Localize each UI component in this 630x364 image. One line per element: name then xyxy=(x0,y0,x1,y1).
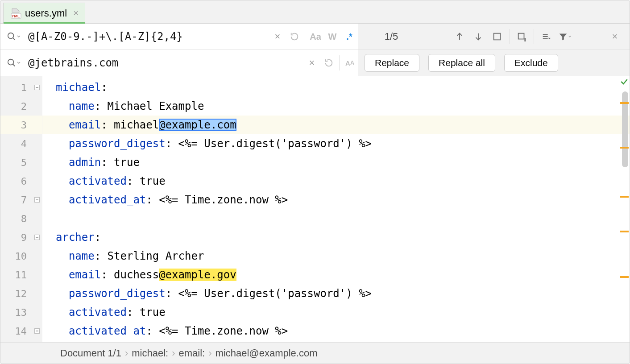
line-number: 6 xyxy=(0,172,42,190)
match-marker[interactable] xyxy=(620,102,629,104)
replace-button[interactable]: Replace xyxy=(365,54,419,72)
code-editor[interactable]: 1234567891011121314 michael: name: Micha… xyxy=(0,76,630,342)
line-number: 12 xyxy=(0,284,42,303)
gutter: 1234567891011121314 xyxy=(0,76,42,342)
match-marker[interactable] xyxy=(620,196,629,198)
chevron-right-icon: › xyxy=(172,347,175,359)
marker-strip xyxy=(619,76,630,342)
line-number: 8 xyxy=(0,209,42,228)
words-toggle[interactable]: W xyxy=(324,28,341,45)
replace-tools: Replace Replace all Exclude xyxy=(358,50,630,76)
match-marker[interactable] xyxy=(620,147,629,149)
separator xyxy=(534,29,534,44)
next-match-icon[interactable] xyxy=(470,28,487,45)
line-number: 1 xyxy=(0,78,42,97)
replace-input[interactable] xyxy=(27,56,303,70)
svg-text:I I: I I xyxy=(524,37,526,41)
svg-rect-7 xyxy=(518,33,524,39)
code-line[interactable]: email: duchess@example.gov xyxy=(42,265,630,284)
exclude-button[interactable]: Exclude xyxy=(504,54,558,72)
code-line[interactable]: archer: xyxy=(42,228,630,247)
prev-match-icon[interactable] xyxy=(451,28,468,45)
svg-rect-6 xyxy=(494,33,501,40)
code-line[interactable]: activated_at: <%= Time.zone.now %> xyxy=(42,190,630,209)
chevron-right-icon: › xyxy=(125,347,128,359)
separator xyxy=(305,29,305,44)
clear-replace-icon[interactable]: × xyxy=(303,54,320,71)
line-number: 7 xyxy=(0,190,42,209)
code-line[interactable]: name: Michael Example xyxy=(42,97,630,116)
preserve-case-toggle[interactable]: AA xyxy=(341,54,358,71)
line-number: 10 xyxy=(0,247,42,265)
replace-all-button[interactable]: Replace all xyxy=(428,54,495,72)
code-line[interactable]: email: michael@example.com xyxy=(42,116,630,134)
code-line[interactable]: michael: xyxy=(42,78,630,97)
code-line[interactable]: password_digest: <%= User.digest('passwo… xyxy=(42,284,630,303)
fold-toggle-icon[interactable] xyxy=(34,197,40,203)
find-tools: 1/5 I I × xyxy=(358,24,630,50)
separator xyxy=(339,55,340,70)
yml-file-icon: YML xyxy=(10,8,21,19)
breadcrumb-bar: Document 1/1 › michael: › email: › micha… xyxy=(0,342,630,364)
svg-point-12 xyxy=(8,59,14,65)
line-number: 9 xyxy=(0,228,42,247)
clear-find-icon[interactable]: × xyxy=(269,28,286,45)
fold-toggle-icon[interactable] xyxy=(34,234,40,240)
code-line[interactable]: activated_at: <%= Time.zone.now %> xyxy=(42,322,630,340)
close-search-icon[interactable]: × xyxy=(606,28,623,45)
svg-text:YML: YML xyxy=(12,14,21,18)
code-line[interactable]: activated: true xyxy=(42,303,630,322)
more-options-icon[interactable] xyxy=(538,28,555,45)
find-history-icon[interactable] xyxy=(286,28,303,45)
inspection-ok-icon xyxy=(620,77,629,89)
replace-box: × AA xyxy=(0,50,358,76)
match-counter: 1/5 xyxy=(365,31,418,42)
chevron-right-icon: › xyxy=(208,347,211,359)
line-number: 5 xyxy=(0,153,42,172)
select-all-icon[interactable] xyxy=(489,28,506,45)
line-number: 11 xyxy=(0,265,42,284)
svg-line-3 xyxy=(13,38,15,40)
breadcrumb-item[interactable]: michael: xyxy=(132,347,168,359)
line-number: 13 xyxy=(0,303,42,322)
code-line[interactable]: name: Sterling Archer xyxy=(42,247,630,265)
breadcrumb-item[interactable]: michael@example.com xyxy=(216,347,318,359)
code-line[interactable]: activated: true xyxy=(42,172,630,190)
replace-row: × AA Replace Replace all Exclude xyxy=(0,50,630,76)
find-input[interactable] xyxy=(27,30,269,43)
code-line[interactable]: admin: true xyxy=(42,153,630,172)
match-case-toggle[interactable]: Aa xyxy=(307,28,324,45)
breadcrumb-item[interactable]: email: xyxy=(179,347,205,359)
file-tab-label: users.yml xyxy=(25,8,67,19)
separator xyxy=(509,29,510,44)
breadcrumb-item[interactable]: Document 1/1 xyxy=(60,347,121,359)
line-number: 4 xyxy=(0,134,42,153)
file-tab[interactable]: YML users.yml × xyxy=(3,3,85,23)
match-marker[interactable] xyxy=(620,231,629,232)
code-area[interactable]: michael: name: Michael Example email: mi… xyxy=(42,76,630,342)
regex-toggle[interactable]: .* xyxy=(341,28,358,45)
replace-icon[interactable] xyxy=(7,58,21,68)
replace-history-icon[interactable] xyxy=(320,54,337,71)
code-line[interactable] xyxy=(42,209,630,228)
svg-line-13 xyxy=(13,64,15,66)
code-line[interactable]: password_digest: <%= User.digest('passwo… xyxy=(42,134,630,153)
search-icon[interactable] xyxy=(7,32,21,41)
search-match[interactable]: @example.gov xyxy=(159,269,236,281)
new-window-icon[interactable]: I I xyxy=(513,28,530,45)
line-number: 2 xyxy=(0,97,42,116)
editor-tab-bar: YML users.yml × xyxy=(0,0,630,24)
filter-icon[interactable] xyxy=(556,28,573,45)
find-row: × Aa W .* 1/5 I I × xyxy=(0,24,630,50)
fold-toggle-icon[interactable] xyxy=(34,328,40,334)
line-number: 3 xyxy=(0,116,42,134)
search-match[interactable]: @example.com xyxy=(159,119,236,131)
match-marker[interactable] xyxy=(620,276,629,278)
find-box: × Aa W .* xyxy=(0,24,358,50)
line-number: 14 xyxy=(0,322,42,340)
close-tab-icon[interactable]: × xyxy=(73,8,79,18)
svg-point-2 xyxy=(8,33,14,39)
fold-toggle-icon[interactable] xyxy=(34,84,40,91)
